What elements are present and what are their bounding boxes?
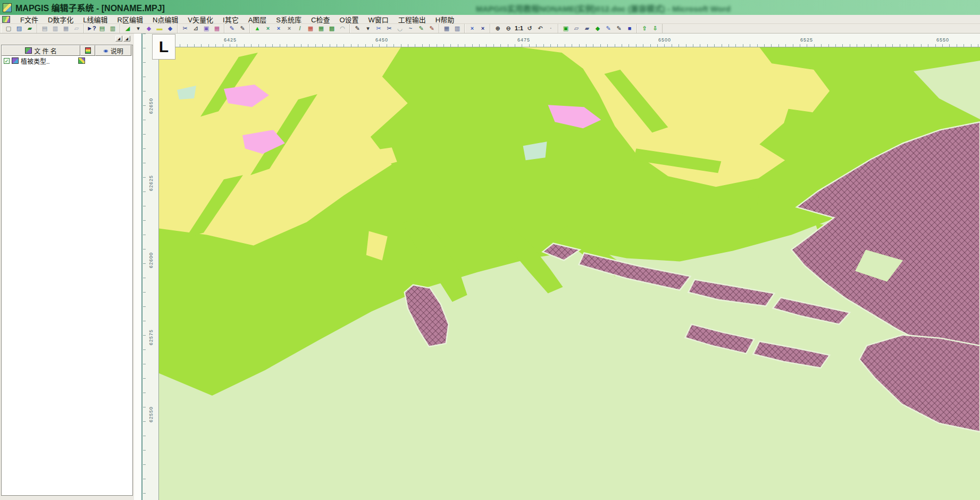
pencil-green-icon[interactable]: ✎ xyxy=(416,24,426,32)
region-add-icon[interactable]: ▲ xyxy=(252,24,263,32)
zoom-in-icon[interactable]: ⊕ xyxy=(492,24,503,32)
region-x2-icon[interactable]: × xyxy=(273,24,284,32)
library-icon[interactable]: ◆ xyxy=(592,24,603,32)
pan-back-icon[interactable]: ↶ xyxy=(535,24,546,32)
pencil-blue-icon[interactable]: ✎ xyxy=(227,24,237,32)
menu-item-I其它[interactable]: I其它 xyxy=(218,14,244,24)
attr-edit-icon[interactable]: ✎ xyxy=(603,24,614,32)
region-x1-icon[interactable]: × xyxy=(263,24,273,32)
menu-item-C检查[interactable]: C检查 xyxy=(306,14,334,24)
toolbar-group: ▲×××/▦▦▩◠ xyxy=(250,24,350,33)
region-arc-icon[interactable]: ◠ xyxy=(337,24,348,32)
layer-up-icon[interactable]: ⇧ xyxy=(639,24,650,32)
toolbar-group: ⇧⇩ xyxy=(637,24,663,33)
pencil-black-icon[interactable]: ✎ xyxy=(237,24,248,32)
help-cursor-icon[interactable]: ►? xyxy=(86,24,97,32)
layer-tree-row[interactable]: ✓植被类型.. xyxy=(2,56,132,65)
region-red-grid-icon[interactable]: ▦ xyxy=(305,24,316,32)
menu-item-R区编辑[interactable]: R区编辑 xyxy=(113,14,148,24)
block-icon[interactable]: ■ xyxy=(624,24,635,32)
menu-item-L线编辑[interactable]: L线编辑 xyxy=(78,14,112,24)
menu-item-D数字化[interactable]: D数字化 xyxy=(43,14,78,24)
region-x3-icon[interactable]: × xyxy=(284,24,295,32)
map-canvas[interactable] xyxy=(158,47,980,500)
angle-tool-icon[interactable]: ⊿ xyxy=(190,24,201,32)
window-blank-icon[interactable]: ▱ xyxy=(71,24,82,32)
menu-item-A图层[interactable]: A图层 xyxy=(244,14,272,24)
project-file-panel: 文 件 名 ◉ 说明 ✓植被类型.. xyxy=(1,45,133,496)
state-icon xyxy=(85,47,91,54)
dock-collapse-button-1[interactable]: ◢ xyxy=(115,36,122,41)
dock-collapse-button-2[interactable]: ◢ xyxy=(123,36,130,41)
pen-icon[interactable]: ✎ xyxy=(352,24,363,32)
polyline-tool-icon[interactable]: ~ xyxy=(405,24,416,32)
copy-icon[interactable]: ▣ xyxy=(201,24,212,32)
v-ruler-label: 62625 xyxy=(148,175,154,191)
scissors-dark-icon[interactable]: ✂ xyxy=(384,24,395,32)
zoom-out-icon[interactable]: ⊖ xyxy=(503,24,514,32)
area-tool-icon[interactable]: ◢ xyxy=(122,24,133,32)
new-file-icon[interactable]: ▢ xyxy=(3,24,14,32)
attr-table2-icon[interactable]: ▥ xyxy=(452,24,463,32)
delete-x-navy-icon[interactable]: × xyxy=(478,24,488,32)
toolbar-group: ◢▾◆▬◆ xyxy=(120,24,178,33)
column-header-state[interactable] xyxy=(80,45,95,56)
v-ruler-label: 62575 xyxy=(148,329,154,345)
save-file-icon[interactable]: ▰ xyxy=(24,24,35,32)
toolbar-group: ✎✎ xyxy=(224,24,250,33)
vertical-ruler-area: 6265062625626006257562550 xyxy=(134,34,158,500)
area-dropdown-icon[interactable]: ▾ xyxy=(133,24,144,32)
column-header-description[interactable]: ◉ 说明 xyxy=(95,45,131,56)
region-grid-icon[interactable]: ▦ xyxy=(316,24,326,32)
attr-edit2-icon[interactable]: ✎ xyxy=(614,24,624,32)
vertical-ruler: 6265062625626006257562550 xyxy=(141,34,158,500)
print-preview-icon[interactable]: ▥ xyxy=(107,24,118,32)
corner-indicator: L xyxy=(152,34,175,60)
highlight-tool-icon[interactable]: ▬ xyxy=(154,24,165,32)
menu-item-W窗口[interactable]: W窗口 xyxy=(364,14,393,24)
region-hatch-icon[interactable]: ▩ xyxy=(326,24,337,32)
menu-item-H帮助[interactable]: H帮助 xyxy=(431,14,459,24)
dot-separator-icon[interactable]: · xyxy=(546,24,556,32)
pen-dropdown-icon[interactable]: ▾ xyxy=(363,24,373,32)
menu-item-工程输出[interactable]: 工程输出 xyxy=(393,14,431,24)
v-ruler-label: 62600 xyxy=(148,252,154,268)
fill-color-icon[interactable]: ▦ xyxy=(212,24,222,32)
panel-header: 文 件 名 ◉ 说明 xyxy=(2,45,132,56)
refresh-view-icon[interactable]: ▣ xyxy=(560,24,571,32)
pattern-stamp-icon[interactable]: ◆ xyxy=(165,24,175,32)
symbol-stamp-icon[interactable]: ◆ xyxy=(144,24,154,32)
menu-item-S系统库[interactable]: S系统库 xyxy=(271,14,306,24)
layers-icon xyxy=(25,47,32,54)
print-icon[interactable]: ▤ xyxy=(97,24,107,32)
window-title: MAPGIS 编辑子系统 - [NONAME.MPJ] xyxy=(15,1,165,14)
layer-down-icon[interactable]: ⇩ xyxy=(650,24,660,32)
attr-table-icon[interactable]: ▦ xyxy=(441,24,452,32)
zoom-restore-icon[interactable]: ↺ xyxy=(524,24,535,32)
toolbar-group: ▣▱▰◆✎✎■ xyxy=(558,24,637,33)
menu-items: F文件D数字化L线编辑R区编辑N点编辑V矢量化I其它A图层S系统库C检查O设置W… xyxy=(15,14,459,24)
window-prev-icon[interactable]: ▱ xyxy=(571,24,582,32)
window-cascade-icon[interactable]: ▥ xyxy=(50,24,61,32)
window-tile-icon[interactable]: ▦ xyxy=(61,24,71,32)
menu-item-N点编辑[interactable]: N点编辑 xyxy=(148,14,183,24)
cut-icon[interactable]: ✂ xyxy=(180,24,190,32)
scissors-blue-icon[interactable]: ✂ xyxy=(373,24,384,32)
h-ruler-label: 6450 xyxy=(375,37,388,43)
pencil-red-icon[interactable]: ✎ xyxy=(426,24,437,32)
delete-x-blue-icon[interactable]: × xyxy=(467,24,478,32)
toolbar-group: ⊕⊖1:1↺↶· xyxy=(490,24,558,33)
menu-item-O设置[interactable]: O设置 xyxy=(334,14,363,24)
menu-item-F文件[interactable]: F文件 xyxy=(15,14,43,24)
toolbar-group: ×× xyxy=(465,24,490,33)
zoom-1to1-icon[interactable]: 1:1 xyxy=(514,24,524,32)
column-header-filename[interactable]: 文 件 名 xyxy=(2,45,80,56)
main-toolbar: ▢▨▰▤▥▦▱►?▤▥◢▾◆▬◆✂⊿▣▦✎✎▲×××/▦▦▩◠✎▾✂✂◡~✎✎▦… xyxy=(0,24,980,34)
arc2-tool-icon[interactable]: ◡ xyxy=(395,24,405,32)
window-next-icon[interactable]: ▰ xyxy=(582,24,592,32)
open-file-icon[interactable]: ▨ xyxy=(14,24,24,32)
region-slash-icon[interactable]: / xyxy=(295,24,305,32)
window-map-icon[interactable]: ▤ xyxy=(39,24,50,32)
layer-visibility-checkbox[interactable]: ✓ xyxy=(4,58,10,64)
menu-item-V矢量化[interactable]: V矢量化 xyxy=(183,14,218,24)
